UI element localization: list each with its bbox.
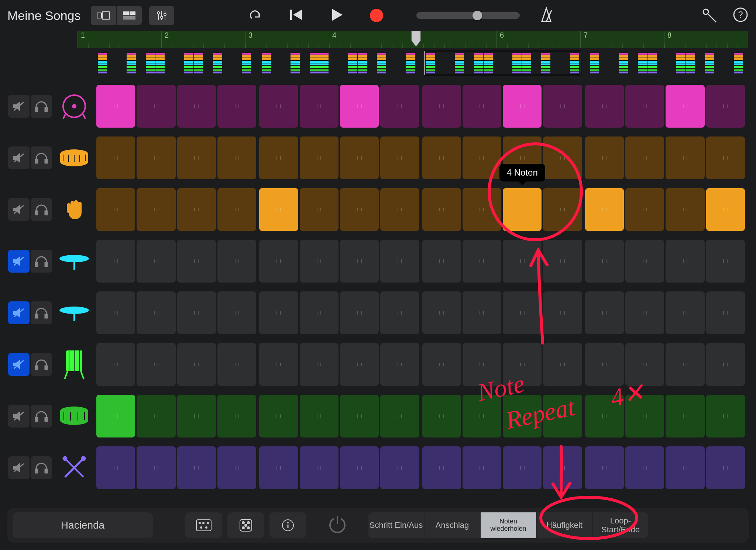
overview-pattern[interactable] bbox=[588, 51, 745, 75]
solo-button[interactable] bbox=[31, 146, 52, 169]
play-button[interactable] bbox=[329, 7, 344, 24]
settings-button[interactable] bbox=[701, 7, 718, 24]
step-cell[interactable] bbox=[259, 343, 298, 386]
mute-button[interactable] bbox=[8, 198, 30, 221]
step-cell[interactable] bbox=[259, 85, 298, 128]
step-cell[interactable] bbox=[422, 136, 461, 179]
step-cell[interactable] bbox=[300, 446, 339, 489]
step-cell[interactable] bbox=[625, 446, 664, 489]
step-cell[interactable] bbox=[177, 343, 216, 386]
step-cell[interactable] bbox=[96, 136, 135, 179]
step-cell[interactable] bbox=[96, 395, 135, 437]
step-cell[interactable] bbox=[340, 136, 379, 179]
step-cell[interactable] bbox=[300, 343, 339, 386]
step-cell[interactable] bbox=[259, 291, 298, 334]
info-button[interactable] bbox=[269, 512, 306, 538]
step-cell[interactable] bbox=[340, 85, 379, 128]
step-cell[interactable] bbox=[300, 136, 339, 179]
step-cell[interactable] bbox=[463, 188, 501, 231]
mode-tab-3[interactable]: Häufigkeit bbox=[537, 512, 592, 538]
step-cell[interactable] bbox=[259, 446, 298, 489]
step-cell[interactable] bbox=[380, 240, 419, 283]
step-cell[interactable] bbox=[177, 291, 216, 334]
metronome-button[interactable] bbox=[538, 7, 554, 24]
step-cell[interactable] bbox=[706, 136, 745, 179]
step-cell[interactable] bbox=[585, 291, 624, 334]
step-cell[interactable] bbox=[340, 240, 379, 283]
mode-tab-2[interactable]: Noten wiederholen bbox=[481, 512, 536, 538]
step-cell[interactable] bbox=[96, 446, 135, 489]
solo-button[interactable] bbox=[31, 95, 52, 118]
step-cell[interactable] bbox=[666, 395, 704, 437]
step-cell[interactable] bbox=[463, 240, 501, 283]
step-cell[interactable] bbox=[625, 240, 664, 283]
step-cell[interactable] bbox=[422, 343, 461, 386]
step-cell[interactable] bbox=[666, 188, 704, 231]
mute-button[interactable] bbox=[8, 456, 30, 479]
step-cell[interactable] bbox=[380, 446, 419, 489]
step-cell[interactable] bbox=[300, 188, 339, 231]
step-cell[interactable] bbox=[666, 291, 704, 334]
step-cell[interactable] bbox=[422, 446, 461, 489]
step-cell[interactable] bbox=[380, 85, 419, 128]
step-cell[interactable] bbox=[380, 395, 419, 437]
step-cell[interactable] bbox=[543, 446, 582, 489]
instrument-icon[interactable] bbox=[56, 406, 93, 426]
step-cell[interactable] bbox=[217, 85, 256, 128]
step-cell[interactable] bbox=[137, 291, 175, 334]
step-cell[interactable] bbox=[625, 395, 664, 437]
step-cell[interactable] bbox=[96, 343, 135, 386]
step-cell[interactable] bbox=[463, 291, 501, 334]
master-volume-slider[interactable] bbox=[416, 12, 520, 19]
instrument-icon[interactable] bbox=[56, 349, 93, 380]
step-cell[interactable] bbox=[422, 395, 461, 437]
instrument-icon[interactable] bbox=[56, 197, 93, 222]
step-cell[interactable] bbox=[625, 188, 664, 231]
help-button[interactable]: ? bbox=[732, 7, 749, 24]
step-cell[interactable] bbox=[706, 446, 745, 489]
step-cell[interactable] bbox=[259, 395, 298, 437]
drumkit-picker[interactable]: Hacienda bbox=[13, 512, 153, 538]
mute-button[interactable] bbox=[8, 353, 30, 376]
overview-pattern-selected[interactable] bbox=[424, 51, 581, 75]
solo-button[interactable] bbox=[31, 353, 52, 376]
step-cell[interactable] bbox=[706, 395, 745, 437]
step-cell[interactable] bbox=[503, 291, 542, 334]
step-cell[interactable] bbox=[340, 446, 379, 489]
step-cell[interactable] bbox=[137, 343, 175, 386]
step-cell[interactable] bbox=[217, 136, 256, 179]
step-cell[interactable] bbox=[137, 188, 175, 231]
timeline-ruler[interactable]: 1 2 3 4 5 6 7 8 bbox=[78, 31, 748, 48]
instrument-icon[interactable] bbox=[56, 252, 93, 270]
step-cell[interactable] bbox=[666, 85, 704, 128]
step-cell[interactable] bbox=[340, 343, 379, 386]
step-cell[interactable] bbox=[503, 85, 542, 128]
step-cell[interactable] bbox=[177, 85, 216, 128]
step-cell[interactable] bbox=[137, 85, 175, 128]
instrument-icon[interactable] bbox=[56, 455, 93, 481]
step-cell[interactable] bbox=[585, 136, 624, 179]
step-cell[interactable] bbox=[543, 395, 582, 437]
step-cell[interactable] bbox=[300, 395, 339, 437]
mute-button[interactable] bbox=[8, 250, 30, 273]
step-cell[interactable] bbox=[177, 188, 216, 231]
step-cell[interactable] bbox=[585, 343, 624, 386]
step-cell[interactable] bbox=[96, 291, 135, 334]
solo-button[interactable] bbox=[31, 301, 52, 324]
power-button[interactable] bbox=[326, 513, 348, 537]
mute-button[interactable] bbox=[8, 146, 30, 169]
step-cell[interactable] bbox=[706, 343, 745, 386]
step-cell[interactable] bbox=[463, 446, 501, 489]
step-cell[interactable] bbox=[340, 188, 379, 231]
step-cell[interactable] bbox=[706, 188, 745, 231]
my-songs-button[interactable]: Meine Songs bbox=[7, 8, 80, 23]
step-cell[interactable] bbox=[422, 188, 461, 231]
instrument-icon[interactable] bbox=[56, 92, 93, 120]
mode-tab-1[interactable]: Anschlag bbox=[425, 512, 480, 538]
step-cell[interactable] bbox=[217, 291, 256, 334]
step-cell[interactable] bbox=[543, 85, 582, 128]
rewind-button[interactable] bbox=[289, 7, 303, 24]
step-cell[interactable] bbox=[177, 240, 216, 283]
step-cell[interactable] bbox=[96, 240, 135, 283]
view-regions-button[interactable] bbox=[117, 6, 142, 25]
